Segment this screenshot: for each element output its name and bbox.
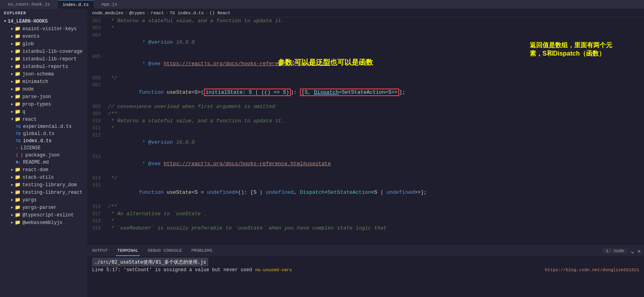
no-unused-vars-badge: no-unused-vars bbox=[255, 268, 292, 272]
node-badge: 1: node bbox=[603, 248, 627, 254]
sidebar-item-global[interactable]: TS global.d.ts bbox=[0, 130, 87, 137]
code-line-909: 909 /** bbox=[87, 110, 644, 118]
code-line-904: 904 * @version 16.8.0 bbox=[87, 32, 644, 53]
sidebar-item-webassemblyjs[interactable]: ▶📁 @webassemblyjs bbox=[0, 219, 87, 226]
tab-debug-console[interactable]: DEBUG CONSOLE bbox=[146, 246, 183, 256]
terminal-error: Line 5:17: 'setCount' is assigned a valu… bbox=[92, 267, 639, 273]
breadcrumb: node_modules › @types › react › TS index… bbox=[87, 9, 644, 17]
terminal-path: ./src/02_useState使用/01_多个状态的使用.js bbox=[92, 258, 208, 266]
code-line-911: 911 * bbox=[87, 125, 644, 132]
panel-close-icon[interactable]: ✕ bbox=[638, 248, 641, 255]
sidebar-item-testing-react[interactable]: ▶📁 testing-library_react bbox=[0, 189, 87, 196]
chevron-down-icon: ▼ bbox=[4, 19, 6, 23]
sidebar-item-index-dts[interactable]: TS index.d.ts bbox=[0, 137, 87, 145]
code-line-906: 906 */ bbox=[87, 75, 644, 82]
sidebar-item-yargs[interactable]: ▶📁 yargs bbox=[0, 196, 87, 204]
code-line-903: 903 * bbox=[87, 25, 644, 32]
sidebar-item-json-schema[interactable]: ▶📁 json-schema bbox=[0, 70, 87, 78]
code-line-915: 915 function useState<S = undefined>(): … bbox=[87, 182, 644, 203]
code-editor[interactable]: 902 * Returns a stateful value, and a fu… bbox=[87, 17, 644, 245]
code-line-902: 902 * Returns a stateful value, and a fu… bbox=[87, 17, 644, 25]
code-line-917: 917 * An alternative to `useState`. bbox=[87, 210, 644, 218]
sidebar-root[interactable]: ▼ 14_LEARN-HOOKS bbox=[0, 18, 87, 25]
code-line-905: 905 * @see https://reactjs.org/docs/hook… bbox=[87, 53, 644, 75]
sidebar-item-typescript-eslint[interactable]: ▶📁 @typescript-eslint bbox=[0, 211, 87, 219]
code-line-912: 912 * @version 16.8.0 bbox=[87, 132, 644, 153]
tab-bar: os_count-hook.js index.d.ts App.js bbox=[0, 0, 644, 9]
code-line-908: 908 // convenience overload when first a… bbox=[87, 103, 644, 110]
blog-url: https://blog.csdn.net/donglize521521 bbox=[545, 268, 639, 272]
sidebar-item-stack-utils[interactable]: ▶📁 stack-utils bbox=[0, 174, 87, 181]
sidebar-item-react[interactable]: ▼📁 react bbox=[0, 116, 87, 123]
explorer-title: EXPLORER bbox=[0, 9, 87, 18]
sidebar-item-experimental[interactable]: TS experimental.d.ts bbox=[0, 123, 87, 130]
code-line-907: 907 function useState<S>(initialState: S… bbox=[87, 82, 644, 103]
sidebar-item-parse-json[interactable]: ▶📁 parse-json bbox=[0, 93, 87, 100]
sidebar-item-react-dom[interactable]: ▶📁 react-dom bbox=[0, 166, 87, 174]
terminal-path-line: ./src/02_useState使用/01_多个状态的使用.js bbox=[92, 258, 639, 267]
code-line-910: 910 * Returns a stateful value, and a fu… bbox=[87, 118, 644, 125]
sidebar-item-package-json[interactable]: { } package.json bbox=[0, 152, 87, 159]
panel-tabs: OUTPUT TERMINAL DEBUG CONSOLE PROBLEMS 1… bbox=[87, 246, 644, 256]
sidebar-item-istanbul-coverage[interactable]: ▶📁 istanbul-lib-coverage bbox=[0, 48, 87, 55]
sidebar-item-node[interactable]: ▶📁 node bbox=[0, 85, 87, 93]
sidebar-item-minimatch[interactable]: ▶📁 minimatch bbox=[0, 78, 87, 85]
tab-app-js[interactable]: App.js bbox=[97, 0, 122, 9]
sidebar-item-q[interactable]: ▶📁 q bbox=[0, 108, 87, 116]
sidebar-item-esaint[interactable]: ▶📁 esaint-visitor-keys bbox=[0, 25, 87, 33]
panel-right: 1: node ⌄ ✕ bbox=[603, 247, 641, 255]
sidebar-item-testing-dom[interactable]: ▶📁 testing-library_dom bbox=[0, 181, 87, 189]
tab-terminal[interactable]: TERMINAL bbox=[116, 246, 140, 256]
code-line-914: 914 */ bbox=[87, 175, 644, 182]
main-layout: EXPLORER ▼ 14_LEARN-HOOKS ▶📁 esaint-visi… bbox=[0, 9, 644, 297]
sidebar-item-istanbul-reports[interactable]: ▶📁 istanbul-reports bbox=[0, 63, 87, 70]
sidebar-item-glob[interactable]: ▶📁 glob bbox=[0, 40, 87, 48]
tab-os-count[interactable]: os_count-hook.js bbox=[3, 0, 55, 9]
code-line-913: 913 * @see https://reactjs.org/docs/hook… bbox=[87, 153, 644, 175]
code-line-919: 919 * `useReducer` is usually preferable… bbox=[87, 225, 644, 232]
sidebar: EXPLORER ▼ 14_LEARN-HOOKS ▶📁 esaint-visi… bbox=[0, 9, 87, 297]
sidebar-item-yargs-parser[interactable]: ▶📁 yargs-parser bbox=[0, 204, 87, 211]
editor-area: node_modules › @types › react › TS index… bbox=[87, 9, 644, 297]
sidebar-item-events[interactable]: ▶📁 events bbox=[0, 33, 87, 40]
tab-index-dts[interactable]: index.d.ts bbox=[58, 0, 94, 9]
sidebar-item-license[interactable]: ⚡ LICENSE bbox=[0, 145, 87, 152]
bottom-panel: OUTPUT TERMINAL DEBUG CONSOLE PROBLEMS 1… bbox=[87, 245, 644, 297]
sidebar-item-istanbul-report[interactable]: ▶📁 istanbul-lib-report bbox=[0, 55, 87, 63]
terminal-content[interactable]: ./src/02_useState使用/01_多个状态的使用.js Line 5… bbox=[87, 256, 644, 297]
sidebar-item-readme[interactable]: M↓ README.md bbox=[0, 159, 87, 166]
sidebar-item-prop-types[interactable]: ▶📁 prop-types bbox=[0, 100, 87, 108]
code-line-916: 916 /** bbox=[87, 203, 644, 210]
chevron-down-icon[interactable]: ⌄ bbox=[631, 247, 634, 255]
code-line-918: 918 * bbox=[87, 218, 644, 225]
tab-problems[interactable]: PROBLEMS bbox=[190, 246, 214, 256]
tab-output[interactable]: OUTPUT bbox=[90, 246, 110, 256]
